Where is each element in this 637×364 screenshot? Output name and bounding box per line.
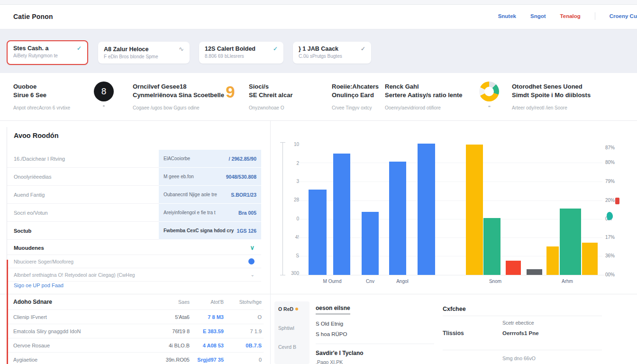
field-cell[interactable]: ElACooiorbe / 2962.85/90	[159, 150, 261, 168]
info-panel: Cxfchee Scetr ebectice Tlissios Oerrrofs…	[441, 294, 637, 364]
section-header[interactable]: Muoudenes ∨	[7, 241, 261, 255]
feature-subtitle: Cogaee /ugos bow Ggurs odine	[133, 105, 228, 110]
column-header: Stohv/hge	[224, 299, 262, 305]
stat-card-4[interactable]: } 1 JAB Caack ✓ C.0ü sPrutgs Bugtes	[293, 42, 371, 64]
option-row[interactable]: Nbucioere Soger/Mooforeg	[7, 255, 261, 268]
row-value: 4i BLO.B	[153, 343, 190, 348]
nav-divider	[595, 12, 595, 20]
stat-card-title: Stes Cash. a	[13, 45, 48, 52]
field-cell[interactable]: Fwbemba CexC signa hdod cry 1GS 126	[159, 222, 261, 240]
check-icon: ✓	[273, 46, 278, 52]
red-rule	[7, 260, 8, 364]
bar[interactable]	[582, 243, 598, 275]
bar[interactable]	[483, 218, 500, 275]
stat-card-1[interactable]: Stes Cash. a ✓ AiBety Rutyngmon te	[7, 40, 88, 65]
check-icon: ✓	[361, 46, 365, 52]
feature-title: Roeiie:Ahcaters	[332, 83, 379, 90]
field-name: Oubanecntl Njige aole tre	[164, 192, 217, 197]
bar[interactable]	[362, 212, 379, 275]
nav-link-1[interactable]: Snutek	[498, 13, 516, 19]
info-value: Oerrrofs1 Pne	[502, 330, 539, 336]
field-label: Soctub	[7, 222, 159, 240]
info-footer: Smg dno 66vO	[502, 355, 536, 361]
field-value: 1GS 126	[237, 228, 256, 234]
stat-card-title: } 1 JAB Caack	[299, 46, 338, 52]
feature-title: Simdt Spoite i Mo diiblosts	[512, 91, 591, 99]
row-value: 5'Ata6	[153, 314, 190, 320]
form-row: Onoolyriëeedias M geee eb.fon 9048/530.8…	[7, 168, 271, 186]
nav-link-3[interactable]: Tenalog	[560, 13, 581, 19]
field-cell[interactable]: M geee eb.fon 9048/530.808	[159, 168, 261, 186]
divider	[316, 344, 434, 344]
option-label: Nbucioere Soger/Mooforeg	[14, 259, 73, 264]
item-title: Savdir'e I Tyclano	[316, 350, 437, 356]
stat-card-title: 12S Calert Bolded	[205, 46, 255, 52]
field-label: Onoolyriëeedias	[7, 168, 159, 186]
feature-title: SE Chreit alcar	[249, 91, 293, 99]
form-row: Auend Fantig Oubanecntl Njige aole tre S…	[7, 186, 271, 204]
form-panel: Avoo Roodón 16./Dacichear I Rtving ElACo…	[7, 127, 270, 294]
field-label: Auend Fantig	[7, 186, 159, 204]
chevron-down-icon[interactable]: ∨	[250, 244, 255, 251]
bar[interactable]	[546, 246, 559, 275]
form-row: Socri eo/Votun Areiyinfoilengol e fie tr…	[7, 204, 271, 222]
tab-cevrd[interactable]: Cevrd B	[278, 344, 306, 350]
field-cell[interactable]: Oubanecntl Njige aole tre S.BOR1/23	[159, 186, 261, 204]
x-axis-line	[297, 275, 605, 275]
table-row[interactable]: Oervoe Rosaue 4i BLO.B 4 A08 53 0B.7.S	[7, 338, 264, 353]
row-value: O	[224, 314, 262, 320]
field-value: / 2962.85/90	[229, 156, 256, 162]
table-row[interactable]: Aygiaetioe 39n.RO05 Srgjd97 35 0	[7, 353, 264, 364]
y-axis-tick-label: 28	[283, 197, 299, 202]
blue-dot-icon[interactable]	[248, 258, 255, 264]
y-axis-tick-label: S	[283, 253, 299, 258]
info-label: Tlissios	[443, 330, 464, 337]
content-line: S hoa RÜPO	[316, 331, 437, 337]
content-header: oeson eilsne	[316, 305, 350, 314]
y-axis-tick-label: 3	[283, 179, 299, 184]
tab-red[interactable]: O ReD	[278, 306, 306, 312]
x-axis-tick-label: Snom	[474, 279, 517, 284]
tab-content: oeson eilsne S Old Etnig S hoa RÜPO Savd…	[316, 303, 437, 364]
tab-label: Sphtiwl	[278, 325, 294, 331]
stat-card-2[interactable]: A8 Zalur Heloce ∿ F eDin Bros blonde Spm…	[98, 42, 190, 64]
field-name: M geee eb.fon	[164, 174, 194, 179]
bar[interactable]	[333, 154, 350, 275]
bar[interactable]	[389, 162, 406, 275]
tab-sphtiwl[interactable]: Sphtiwl	[278, 325, 306, 331]
feature-item-6: Otorodhet Senes Uoned Simdt Spoite i Mo …	[512, 82, 626, 110]
table-row[interactable]: Clienip IFvnert 5'Ata6 7 8 M3 O	[7, 310, 264, 324]
top-strip	[0, 0, 637, 5]
stat-card-subtitle: AiBety Rutyngmon te	[13, 53, 82, 58]
field-cell[interactable]: Areiyinfoilengol e fie tra t Bra 005	[159, 204, 261, 222]
row-value: 7 8 M3	[190, 314, 224, 320]
bar[interactable]	[527, 269, 542, 275]
row-name: Oervoe Rosaue	[13, 343, 153, 348]
bar[interactable]	[309, 190, 327, 275]
bar[interactable]	[560, 209, 581, 275]
option-row[interactable]: Albnbef srethiagtna O! Retyodeol aoir Ci…	[7, 268, 261, 282]
y-axis-tick-label: 2	[283, 161, 299, 166]
section-title: Muoudenes	[14, 245, 44, 251]
feature-subtitle: Crvee Tingyv oxtcy	[332, 105, 386, 110]
row-value: 7 1.9	[224, 328, 262, 334]
signup-link[interactable]: Sigo oe UP pod Faad	[14, 282, 64, 288]
feature-item-4: Roeiie:Ahcaters Onulinço Eard Crvee Ting…	[332, 82, 386, 110]
form-row: 16./Dacichear I Rtving ElACooiorbe / 296…	[7, 150, 271, 168]
nav-link-4[interactable]: Croeny Cuon	[610, 13, 637, 19]
chevron-icon[interactable]: ⌄	[251, 272, 255, 277]
donut-chart-icon	[479, 82, 499, 101]
form-rows: 16./Dacichear I Rtving ElACooiorbe / 296…	[7, 150, 271, 240]
bar[interactable]	[466, 145, 483, 275]
stat-card-3[interactable]: 12S Calert Bolded ✓ 8.806 69 bLlesrers	[199, 42, 283, 64]
table-row[interactable]: Ematcola Sliry gnaggdd IdoN 76f19 8 E 38…	[7, 324, 264, 338]
feature-title: Sirue 6 See	[13, 91, 46, 99]
divider	[443, 316, 602, 316]
bar[interactable]	[506, 261, 521, 275]
nav-link-2[interactable]: Sngot	[530, 13, 546, 19]
row-value: E 383.59	[190, 328, 224, 334]
bar[interactable]	[418, 144, 435, 275]
row-value: Srgjd97 35	[190, 357, 224, 363]
feature-title: Onulinço Eard	[332, 91, 374, 99]
x-axis-tick-label: M Ournd	[311, 279, 354, 284]
